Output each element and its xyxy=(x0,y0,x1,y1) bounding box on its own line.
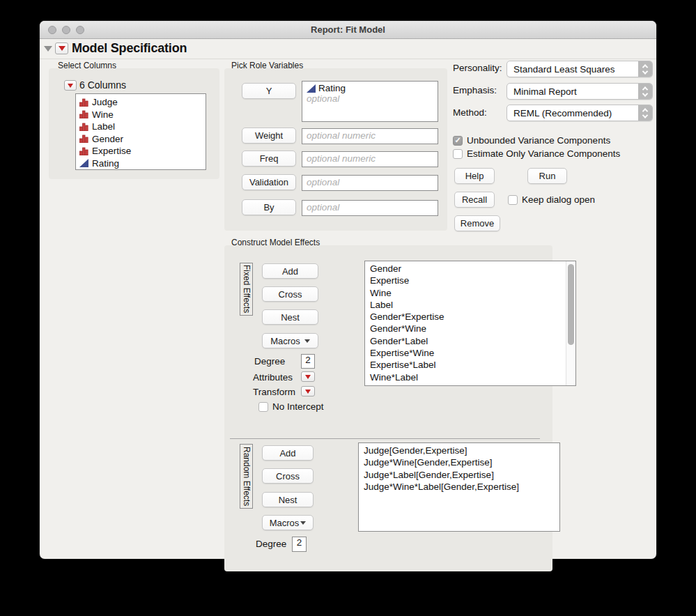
column-list-item[interactable]: Rating xyxy=(79,157,206,170)
columns-red-triangle-button[interactable] xyxy=(64,80,77,91)
attributes-red-triangle-button[interactable] xyxy=(301,371,315,382)
random-degree-field[interactable]: 2 xyxy=(292,537,307,552)
effect-list-item[interactable]: Wine xyxy=(370,287,564,299)
no-intercept-checkbox[interactable] xyxy=(258,402,268,412)
column-list-item[interactable]: Judge xyxy=(79,96,206,109)
nominal-histogram-icon xyxy=(79,147,88,155)
effect-list-item[interactable]: Judge*Wine[Gender,Expertise] xyxy=(364,456,559,468)
fixed-degree-label: Degree xyxy=(254,356,285,367)
column-list-item[interactable]: Gender xyxy=(79,133,206,146)
effect-list-item[interactable]: Wine*Label xyxy=(370,371,564,383)
fixed-nest-button[interactable]: Nest xyxy=(262,309,318,325)
effect-list-item[interactable]: Label xyxy=(370,299,564,311)
unbounded-variance-row: ✓ Unbounded Variance Components xyxy=(453,135,610,146)
continuous-triangle-icon xyxy=(307,84,316,93)
random-add-button[interactable]: Add xyxy=(262,445,314,461)
column-list-item[interactable]: Label xyxy=(79,121,206,133)
unbounded-variance-checkbox[interactable]: ✓ xyxy=(453,136,463,146)
red-triangle-icon xyxy=(305,390,311,394)
y-button[interactable]: Y xyxy=(242,83,296,99)
effect-list-item[interactable]: Expertise*Label xyxy=(370,359,564,371)
model-specification-header: Model Specification xyxy=(40,39,656,59)
random-cross-button[interactable]: Cross xyxy=(262,468,314,484)
disclosure-triangle-icon[interactable] xyxy=(44,46,52,52)
emphasis-dropdown[interactable]: Minimal Report xyxy=(506,83,653,100)
nominal-histogram-icon xyxy=(79,134,88,143)
effect-list-item[interactable]: Gender*Wine xyxy=(370,323,564,334)
y-variable[interactable]: Rating xyxy=(307,83,433,93)
column-list-item[interactable]: Expertise xyxy=(79,145,206,157)
method-dropdown[interactable]: REML (Recommended) xyxy=(506,105,653,121)
column-list-item[interactable]: Wine xyxy=(79,109,206,121)
recall-button[interactable]: Recall xyxy=(454,192,495,208)
nominal-histogram-icon xyxy=(79,123,88,131)
weight-drop-zone[interactable]: optional numeric xyxy=(302,128,438,144)
column-label: Gender xyxy=(92,134,123,144)
estimate-only-checkbox[interactable] xyxy=(453,149,463,159)
scrollbar-thumb[interactable] xyxy=(568,264,574,345)
remove-button[interactable]: Remove xyxy=(454,215,500,231)
stepper-icon xyxy=(638,61,652,77)
by-drop-zone[interactable]: optional xyxy=(302,200,438,216)
select-columns-panel: 6 Columns Judge Wine Label xyxy=(49,68,219,179)
fit-model-dialog: Report: Fit Model Model Specification Se… xyxy=(40,21,656,559)
effect-list-item[interactable]: Judge[Gender,Expertise] xyxy=(364,445,559,456)
random-degree-label: Degree xyxy=(256,539,286,549)
red-triangle-menu-button[interactable] xyxy=(55,43,68,54)
freq-button[interactable]: Freq xyxy=(242,151,296,167)
column-label: Expertise xyxy=(92,146,131,156)
fixed-macros-button[interactable]: Macros xyxy=(262,333,318,348)
by-button[interactable]: By xyxy=(242,199,296,215)
method-label: Method: xyxy=(453,107,487,118)
fixed-cross-button[interactable]: Cross xyxy=(262,286,318,302)
freq-drop-zone[interactable]: optional numeric xyxy=(302,151,438,167)
effect-list-item[interactable]: Expertise*Wine xyxy=(370,347,564,359)
effect-list-item[interactable]: Judge*Label[Gender,Expertise] xyxy=(364,469,559,481)
window-title: Report: Fit Model xyxy=(40,24,656,35)
transform-red-triangle-button[interactable] xyxy=(301,386,315,396)
effect-list-item[interactable]: Expertise xyxy=(370,275,564,286)
effect-list-item[interactable]: Judge*Wine*Label[Gender,Expertise] xyxy=(364,481,559,493)
y-drop-zone[interactable]: Rating optional xyxy=(302,81,438,122)
scrollbar-track[interactable] xyxy=(566,261,575,385)
column-label: Rating xyxy=(92,158,119,169)
columns-list: Judge Wine Label Gender xyxy=(75,93,206,170)
title-bar[interactable]: Report: Fit Model xyxy=(40,21,656,39)
fixed-effects-list: GenderExpertiseWineLabelGender*Expertise… xyxy=(364,261,576,386)
validation-drop-zone[interactable]: optional xyxy=(302,175,438,191)
validation-button[interactable]: Validation xyxy=(242,174,296,190)
transform-label: Transform xyxy=(253,387,295,397)
pick-role-variables-panel: Y Rating optional Weight optional numeri… xyxy=(224,68,447,231)
run-button[interactable]: Run xyxy=(527,168,567,184)
red-triangle-icon xyxy=(59,46,65,51)
random-macros-button[interactable]: Macros xyxy=(262,515,314,530)
fixed-effects-title: Fixed Effects xyxy=(240,263,253,316)
effect-list-item[interactable]: Gender*Label xyxy=(370,335,564,347)
random-nest-button[interactable]: Nest xyxy=(262,492,314,507)
random-effects-list: Judge[Gender,Expertise]Judge*Wine[Gender… xyxy=(358,442,560,532)
section-divider xyxy=(230,438,540,439)
personality-dropdown[interactable]: Standard Least Squares xyxy=(506,61,653,77)
keep-dialog-row: Keep dialog open xyxy=(508,194,595,205)
stepper-icon xyxy=(638,105,652,121)
columns-count-label: 6 Columns xyxy=(79,79,126,91)
column-label: Wine xyxy=(92,109,114,120)
weight-button[interactable]: Weight xyxy=(242,128,296,144)
column-label: Judge xyxy=(92,97,118,107)
effect-list-item[interactable]: Gender xyxy=(370,263,564,275)
fixed-degree-field[interactable]: 2 xyxy=(301,354,315,369)
attributes-label: Attributes xyxy=(253,372,293,383)
dropdown-triangle-icon xyxy=(300,521,306,525)
no-intercept-row: No Intercept xyxy=(258,401,324,412)
fixed-add-button[interactable]: Add xyxy=(262,263,318,279)
random-effects-title: Random Effects xyxy=(240,444,253,509)
red-triangle-icon xyxy=(305,375,311,379)
personality-label: Personality: xyxy=(453,63,502,73)
effect-list-item[interactable]: Gender*Expertise xyxy=(370,311,564,323)
construct-model-effects-panel: Fixed Effects Add Cross Nest Macros Degr… xyxy=(224,245,552,571)
estimate-only-row: Estimate Only Variance Components xyxy=(453,148,620,159)
y-placeholder: optional xyxy=(307,93,433,104)
section-title: Model Specification xyxy=(72,41,187,56)
help-button[interactable]: Help xyxy=(454,168,495,184)
keep-dialog-checkbox[interactable] xyxy=(508,195,518,205)
